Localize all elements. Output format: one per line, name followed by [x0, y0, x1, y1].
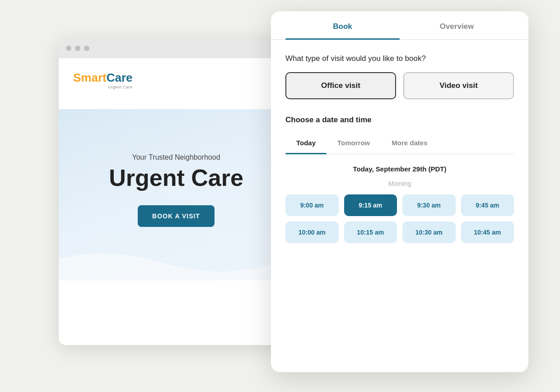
time-slot-1000[interactable]: 10:00 am	[285, 221, 339, 243]
time-slot-945[interactable]: 9:45 am	[461, 194, 514, 216]
wave-decoration	[59, 244, 294, 281]
date-tab-more[interactable]: More dates	[381, 134, 438, 154]
logo-care-text: Care	[107, 71, 133, 85]
time-slot-1045[interactable]: 10:45 am	[461, 221, 514, 243]
logo: Smart Care Urgent Care	[73, 71, 279, 89]
time-slot-930[interactable]: 9:30 am	[402, 194, 456, 216]
book-visit-button[interactable]: BOOK A VISIT	[138, 205, 215, 227]
video-visit-button[interactable]: Video visit	[403, 72, 514, 99]
browser-content: Smart Care Urgent Care	[59, 58, 294, 102]
booking-modal: Book Overview What type of visit would y…	[271, 11, 528, 372]
tab-book[interactable]: Book	[285, 11, 400, 39]
modal-tabs: Book Overview	[271, 11, 528, 40]
date-tabs: Today Tomorrow More dates	[285, 134, 514, 154]
browser-window: Smart Care Urgent Care Your Trusted Neig…	[59, 38, 294, 345]
logo-wrapper: Smart Care Urgent Care	[73, 71, 133, 89]
tab-overview[interactable]: Overview	[400, 11, 514, 39]
logo-subtitle: Urgent Care	[73, 85, 133, 89]
browser-toolbar	[59, 38, 294, 58]
date-tab-today[interactable]: Today	[285, 134, 327, 154]
browser-dot-2	[75, 46, 80, 51]
date-section-label: Choose a date and time	[285, 115, 514, 125]
time-slot-915[interactable]: 9:15 am	[344, 194, 397, 216]
office-visit-button[interactable]: Office visit	[285, 72, 396, 99]
current-date-label: Today, September 29th (PDT)	[285, 165, 514, 173]
visit-question: What type of visit would you like to boo…	[285, 54, 514, 63]
logo-text-row: Smart Care	[73, 71, 133, 85]
hero-title: Urgent Care	[109, 165, 243, 191]
browser-dot-1	[66, 46, 71, 51]
morning-label: Morning	[285, 180, 514, 187]
time-slot-1030[interactable]: 10:30 am	[402, 221, 456, 243]
scene: Smart Care Urgent Care Your Trusted Neig…	[32, 11, 528, 381]
hero-subtitle: Your Trusted Neighborhood	[132, 153, 220, 161]
logo-smart-text: Smart	[73, 71, 107, 85]
modal-body: What type of visit would you like to boo…	[271, 40, 528, 263]
browser-hero: Your Trusted Neighborhood Urgent Care BO…	[59, 109, 294, 281]
visit-type-buttons: Office visit Video visit	[285, 72, 514, 99]
time-slot-900[interactable]: 9:00 am	[285, 194, 339, 216]
date-tab-tomorrow[interactable]: Tomorrow	[327, 134, 381, 154]
time-grid-row1: 9:00 am 9:15 am 9:30 am 9:45 am	[285, 194, 514, 216]
browser-dot-3	[84, 46, 89, 51]
time-slot-1015[interactable]: 10:15 am	[344, 221, 397, 243]
time-grid-row2: 10:00 am 10:15 am 10:30 am 10:45 am	[285, 221, 514, 243]
